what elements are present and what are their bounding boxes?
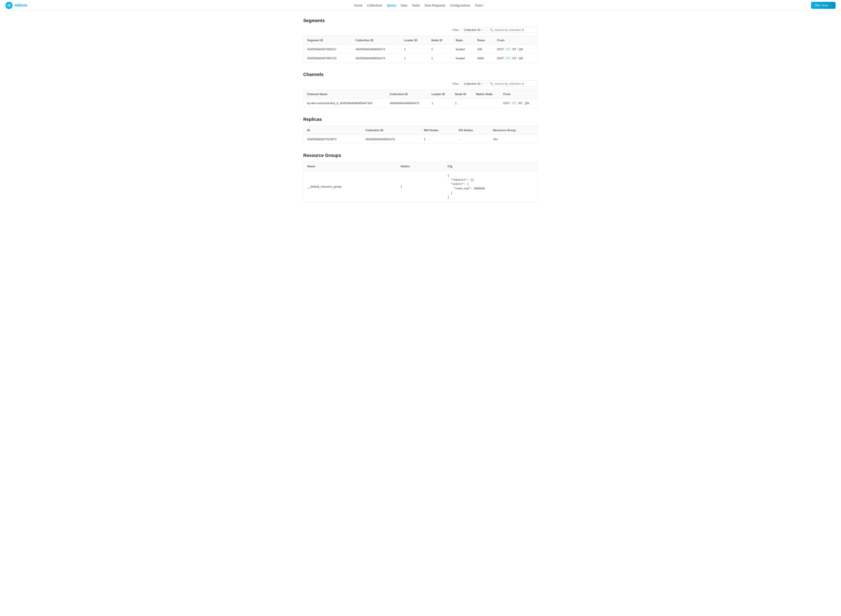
- channels-section: Channels Filter: Collection ID 🔍 Channel…: [303, 72, 538, 108]
- rg-cfg-cell: { "requests": {}, "limits": { "node_num"…: [444, 171, 538, 202]
- col-ro-nodes: RO Nodes: [455, 126, 489, 135]
- resource-groups-table-card: Name Nodes Cfg __default_resource_group …: [303, 162, 538, 202]
- from-cell: DIST | CT | NT | QN: [494, 54, 538, 63]
- col-channel-from: From: [500, 90, 538, 99]
- rw-nodes-cell: 1: [420, 135, 455, 144]
- replicas-table-header: ID Collection ID RW Nodes RO Nodes Resou…: [303, 126, 538, 135]
- table-row: 454550640467056217 454550640466654473 1 …: [303, 45, 538, 54]
- col-channel-leader-id: Leader ID: [428, 90, 451, 99]
- segments-section: Segments Filter: Collection ID 🔍 Segment…: [303, 18, 538, 63]
- resource-group-cell: Yes: [489, 135, 538, 144]
- nav-tasks[interactable]: Tasks: [412, 4, 420, 7]
- nav-tools-dropdown[interactable]: Tools ▾: [475, 4, 484, 7]
- ct-link[interactable]: CT: [512, 101, 516, 105]
- segments-select-label: Collection ID: [464, 28, 481, 32]
- segments-search-icon: 🔍: [490, 28, 493, 32]
- channels-table-header: Channel Name Collection ID Leader ID Nod…: [303, 90, 538, 99]
- col-segment-id: Segment ID: [303, 36, 352, 45]
- table-row: 454550640467056723 454550640466654473 1 …: [303, 54, 538, 63]
- channels-collection-id-select[interactable]: Collection ID: [461, 81, 485, 87]
- channel-name-cell: by-dev-rootcoord-dml_0_45455064046665447…: [303, 99, 386, 108]
- replicas-section: Replicas ID Collection ID RW Nodes RO No…: [303, 117, 538, 144]
- channels-search-input[interactable]: [495, 82, 535, 85]
- logo[interactable]: milvus: [6, 2, 27, 9]
- rows-cell: 5000: [474, 54, 494, 63]
- col-replica-collection-id: Collection ID: [362, 126, 420, 135]
- nav-slow-requests[interactable]: Slow Requests: [424, 4, 445, 7]
- ro-nodes-cell: -: [455, 135, 489, 144]
- resource-groups-table-header: Name Nodes Cfg: [303, 162, 538, 171]
- logo-icon: [6, 2, 13, 9]
- segments-table: Segment ID Collection ID Leader ID Node …: [303, 36, 538, 63]
- nav-configurations[interactable]: Configurations: [450, 4, 470, 7]
- collection-id-cell: 454550640466654473: [352, 54, 400, 63]
- col-channel-node-id: Node ID: [451, 90, 472, 99]
- replicas-title: Replicas: [303, 117, 538, 122]
- svg-point-1: [8, 5, 10, 6]
- nav-home[interactable]: Home: [354, 4, 362, 7]
- rg-name-cell: __default_resource_group: [303, 171, 397, 202]
- node-id-cell: 1: [428, 45, 452, 54]
- segment-id-cell: 454550640467056723: [303, 54, 352, 63]
- table-row: by-dev-rootcoord-dml_0_45455064046665447…: [303, 99, 538, 108]
- channels-filter-label: Filter:: [452, 82, 460, 85]
- col-channel-collection-id: Collection ID: [386, 90, 428, 99]
- state-cell: Sealed: [452, 54, 474, 63]
- channels-title: Channels: [303, 72, 538, 77]
- channels-table-card: Channel Name Collection ID Leader ID Nod…: [303, 89, 538, 108]
- state-cell: Sealed: [452, 45, 474, 54]
- nav-links: Home Collections Query Data Tasks Slow R…: [354, 4, 484, 7]
- leader-id-cell: 1: [400, 45, 428, 54]
- channels-select-label: Collection ID: [464, 82, 481, 85]
- collection-id-cell: 454550640466654473: [362, 135, 420, 144]
- segments-filter-bar: Filter: Collection ID 🔍: [303, 27, 538, 33]
- col-channel-watch-state: Watch State: [472, 90, 500, 99]
- replicas-table: ID Collection ID RW Nodes RO Nodes Resou…: [303, 126, 538, 144]
- chevron-down-icon: ▾: [483, 4, 484, 7]
- col-rows: Rows: [474, 36, 494, 45]
- segments-search-box[interactable]: 🔍: [487, 27, 538, 33]
- nav-data[interactable]: Data: [401, 4, 407, 7]
- resource-groups-title: Resource Groups: [303, 153, 538, 158]
- col-rg-nodes: Nodes: [397, 162, 444, 171]
- table-row: 454550640627023873 454550640466654473 1 …: [303, 135, 538, 144]
- col-node-id: Node ID: [428, 36, 452, 45]
- resource-groups-section: Resource Groups Name Nodes Cfg __default…: [303, 153, 538, 202]
- leader-id-cell: 1: [400, 54, 428, 63]
- col-replica-id: ID: [303, 126, 362, 135]
- ct-link[interactable]: CT: [506, 57, 510, 60]
- resource-groups-table: Name Nodes Cfg __default_resource_group …: [303, 162, 538, 202]
- node-id-cell: 1: [428, 54, 452, 63]
- collection-id-cell: 454550640466654473: [386, 99, 428, 108]
- rows-cell: 100: [474, 45, 494, 54]
- channels-search-icon: 🔍: [490, 82, 493, 85]
- table-row: __default_resource_group 1 { "requests":…: [303, 171, 538, 202]
- segments-collection-id-select[interactable]: Collection ID: [461, 27, 485, 33]
- nav-collections[interactable]: Collections: [367, 4, 382, 7]
- col-collection-id: Collection ID: [352, 36, 400, 45]
- segments-filter-label: Filter:: [452, 28, 460, 32]
- segments-table-header: Segment ID Collection ID Leader ID Node …: [303, 36, 538, 45]
- node-id-cell: 1: [451, 99, 472, 108]
- segments-table-card: Segment ID Collection ID Leader ID Node …: [303, 36, 538, 63]
- channels-filter-bar: Filter: Collection ID 🔍: [303, 81, 538, 87]
- collection-id-cell: 454550640466654473: [352, 45, 400, 54]
- from-cell: DIST | CT | NT | QN: [500, 99, 538, 108]
- watch-state-cell: [472, 99, 500, 108]
- replica-id-cell: 454550640627023873: [303, 135, 362, 144]
- nav-query[interactable]: Query: [387, 4, 396, 7]
- rg-nodes-cell: 1: [397, 171, 444, 202]
- channels-search-box[interactable]: 🔍: [487, 81, 538, 87]
- ct-link[interactable]: CT: [506, 48, 510, 51]
- replicas-table-card: ID Collection ID RW Nodes RO Nodes Resou…: [303, 126, 538, 144]
- nav-tools-label: Tools: [475, 4, 482, 7]
- col-channel-name: Channel Name: [303, 90, 386, 99]
- zilliz-cloud-button[interactable]: Zilliz cloud →: [811, 2, 835, 9]
- segments-title: Segments: [303, 18, 538, 23]
- main-content: Segments Filter: Collection ID 🔍 Segment…: [285, 11, 556, 219]
- col-from: From: [494, 36, 538, 45]
- segment-id-cell: 454550640467056217: [303, 45, 352, 54]
- col-resource-group: Resource Group: [489, 126, 538, 135]
- segments-search-input[interactable]: [495, 28, 535, 32]
- navigation: milvus Home Collections Query Data Tasks…: [0, 0, 841, 11]
